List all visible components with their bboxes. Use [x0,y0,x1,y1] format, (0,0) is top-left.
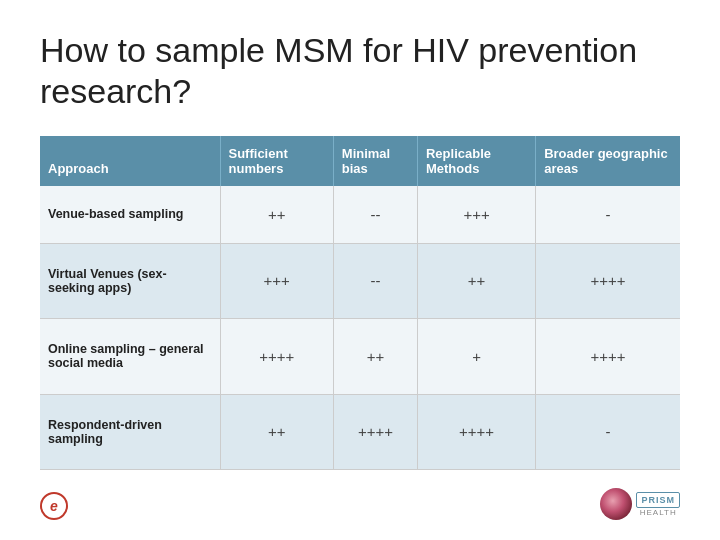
table-header-row: Approach Sufficient numbers Minimal bias… [40,136,680,186]
cell-broader-2: ++++ [536,319,680,394]
col-header-minimal: Minimal bias [333,136,417,186]
cell-minimal-3: ++++ [333,394,417,469]
cell-approach-2: Online sampling – general social media [40,319,220,394]
prism-label: PRISM [636,492,680,508]
col-header-sufficient: Sufficient numbers [220,136,333,186]
cell-replicable-3: ++++ [417,394,535,469]
page: How to sample MSM for HIV prevention res… [0,0,720,540]
cell-broader-1: ++++ [536,243,680,318]
table-row: Respondent-driven sampling++++++++++- [40,394,680,469]
footer: e PRISM HEALTH [40,480,680,520]
prism-sub: HEALTH [640,508,677,517]
cell-sufficient-2: ++++ [220,319,333,394]
page-title: How to sample MSM for HIV prevention res… [40,30,680,112]
cell-sufficient-3: ++ [220,394,333,469]
table-row: Venue-based sampling++--+++- [40,186,680,244]
col-header-approach: Approach [40,136,220,186]
prism-logo: PRISM HEALTH [600,488,680,520]
cell-minimal-1: -- [333,243,417,318]
table-row: Online sampling – general social media++… [40,319,680,394]
cell-sufficient-0: ++ [220,186,333,244]
table-row: Virtual Venues (sex-seeking apps)+++--++… [40,243,680,318]
cell-replicable-0: +++ [417,186,535,244]
prism-icon [600,488,632,520]
cell-broader-3: - [536,394,680,469]
col-header-broader: Broader geographic areas [536,136,680,186]
cell-approach-1: Virtual Venues (sex-seeking apps) [40,243,220,318]
cell-replicable-1: ++ [417,243,535,318]
cell-broader-0: - [536,186,680,244]
cell-minimal-2: ++ [333,319,417,394]
cell-sufficient-1: +++ [220,243,333,318]
cfar-icon: e [40,492,68,520]
cell-replicable-2: + [417,319,535,394]
col-header-replicable: Replicable Methods [417,136,535,186]
cell-approach-3: Respondent-driven sampling [40,394,220,469]
cell-minimal-0: -- [333,186,417,244]
cell-approach-0: Venue-based sampling [40,186,220,244]
comparison-table: Approach Sufficient numbers Minimal bias… [40,136,680,470]
cfar-logo: e [40,492,68,520]
